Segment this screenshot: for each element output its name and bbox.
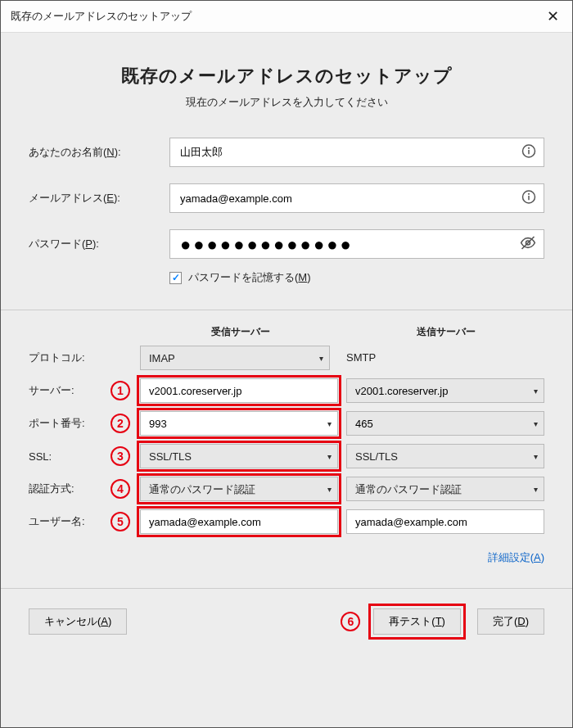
email-label: メールアドレス(E): xyxy=(29,191,169,206)
badge-5: 5 xyxy=(111,512,130,531)
incoming-header: 受信サーバー xyxy=(142,325,339,339)
info-icon[interactable] xyxy=(521,190,536,207)
protocol-out: SMTP xyxy=(338,346,544,370)
advanced-settings-link[interactable]: 詳細設定(A) xyxy=(488,551,544,563)
auth-out-select[interactable]: 通常のパスワード認証 xyxy=(346,477,544,501)
password-input[interactable]: ●●●●●●●●●●●●● xyxy=(169,229,544,259)
cancel-button[interactable]: キャンセル(A) xyxy=(29,608,127,635)
ssl-label: SSL: xyxy=(29,450,111,463)
name-label: あなたのお名前(N): xyxy=(29,145,169,160)
remember-label: パスワードを記憶する(M) xyxy=(188,270,311,285)
server-settings: 受信サーバー 送信サーバー プロトコル: IMAP ▾ SMTP サーバー: 1… xyxy=(1,310,572,534)
protocol-select[interactable]: IMAP xyxy=(140,346,330,370)
svg-point-2 xyxy=(529,147,530,148)
ssl-in-select[interactable]: SSL/TLS xyxy=(140,444,338,468)
auth-label: 認証方式: xyxy=(29,482,111,496)
outgoing-header: 送信サーバー xyxy=(347,325,544,339)
server-out-input[interactable] xyxy=(346,378,544,403)
name-input[interactable] xyxy=(169,138,544,167)
user-label: ユーザー名: xyxy=(29,514,111,529)
page-subheading: 現在のメールアドレスを入力してください xyxy=(17,95,556,110)
remember-password-checkbox[interactable]: ✓ パスワードを記憶する(M) xyxy=(169,270,544,285)
user-out-input[interactable] xyxy=(346,509,544,534)
badge-4: 4 xyxy=(111,479,130,499)
info-icon[interactable] xyxy=(521,144,536,161)
retest-button[interactable]: 再テスト(T) xyxy=(373,608,461,635)
port-in-input[interactable] xyxy=(140,411,338,436)
footer: キャンセル(A) 6 再テスト(T) 完了(D) xyxy=(1,588,572,659)
port-out-input[interactable] xyxy=(346,411,544,436)
auth-in-select[interactable]: 通常のパスワード認証 xyxy=(140,477,338,501)
checkbox-icon: ✓ xyxy=(169,272,182,284)
eye-off-icon[interactable] xyxy=(520,235,536,254)
email-input[interactable] xyxy=(169,183,544,213)
port-label: ポート番号: xyxy=(29,416,111,431)
user-in-input[interactable] xyxy=(140,509,338,534)
protocol-label: プロトコル: xyxy=(29,350,111,365)
header: 既存のメールアドレスのセットアップ 現在のメールアドレスを入力してください xyxy=(1,33,572,138)
badge-1: 1 xyxy=(111,381,130,400)
ssl-out-select[interactable]: SSL/TLS xyxy=(346,444,544,468)
svg-point-5 xyxy=(529,193,530,194)
page-heading: 既存のメールアドレスのセットアップ xyxy=(17,64,556,88)
password-label: パスワード(P): xyxy=(29,237,169,251)
server-in-input[interactable] xyxy=(140,378,338,403)
badge-6: 6 xyxy=(341,612,360,631)
done-button[interactable]: 完了(D) xyxy=(477,608,544,635)
server-label: サーバー: xyxy=(29,383,111,398)
close-icon[interactable]: ✕ xyxy=(542,7,564,25)
badge-2: 2 xyxy=(111,414,130,433)
window-title: 既存のメールアドレスのセットアップ xyxy=(11,9,192,24)
basic-form: あなたのお名前(N): メールアドレス(E): パスワード(P): ●●●●●●… xyxy=(1,138,572,310)
titlebar: 既存のメールアドレスのセットアップ ✕ xyxy=(1,1,572,33)
badge-3: 3 xyxy=(111,446,130,466)
